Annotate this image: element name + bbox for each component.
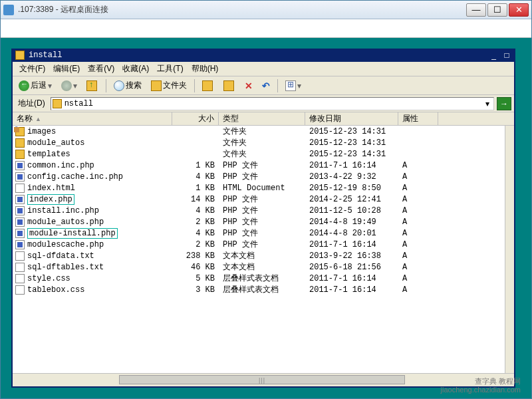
folder-icon [15,138,25,148]
file-attr: A [398,161,438,170]
col-attr[interactable]: 属性 [398,112,438,125]
delete-button[interactable]: ✕ [241,78,256,93]
file-date: 2011-7-1 16:14 [305,240,398,249]
menu-file[interactable]: 文件(F) [15,62,49,76]
back-icon [19,80,29,91]
separator [194,79,195,92]
file-attr: A [398,184,438,193]
vertical-scrollbar[interactable] [505,126,514,373]
statusbar: ||| [13,373,514,386]
table-row[interactable]: templates文件夹2015-12-23 14:31 [13,148,505,160]
file-attr: A [398,206,438,215]
menu-tools[interactable]: 工具(T) [153,62,187,76]
table-row[interactable]: sql-dfdata.txt238 KB文本文档2013-9-22 16:38A [13,250,505,261]
dropdown-icon: ▾ [73,81,77,90]
address-input[interactable] [65,99,483,108]
menu-edit[interactable]: 编辑(E) [49,62,84,76]
file-date: 2013-9-22 16:38 [305,251,398,261]
table-row[interactable]: index.html1 KBHTML Document2015-12-19 8:… [13,182,505,194]
rdp-titlebar[interactable]: .107:3389 - 远程桌面连接 — ☐ ✕ [1,1,531,19]
table-row[interactable]: sql-dftables.txt46 KB文本文档2015-6-18 21:56… [13,261,505,273]
table-row[interactable]: images文件夹2015-12-23 14:31 [13,126,505,137]
file-size: 1 KB [172,184,219,193]
menu-favorites[interactable]: 收藏(A) [118,62,153,76]
menu-help[interactable]: 帮助(H) [188,62,223,76]
table-row[interactable]: module-install.php4 KBPHP 文件2014-4-8 20:… [13,227,505,239]
rdp-title: .107:3389 - 远程桌面连接 [18,4,465,15]
separator [106,79,106,92]
file-size: 238 KB [172,251,219,261]
address-field-wrap[interactable]: ▾ [51,97,494,110]
folders-button[interactable]: 文件夹 [148,78,190,93]
undo-button[interactable]: ↶ [259,78,273,93]
file-attr: A [398,240,438,249]
views-button[interactable]: ▾ [282,78,305,93]
address-label: 地址(D) [15,98,48,109]
file-date: 2015-12-23 14:31 [305,127,398,136]
rdp-icon [3,5,14,15]
forward-icon [61,80,72,91]
col-name[interactable]: 名称 ▲ [13,112,172,125]
file-date: 2014-4-8 20:01 [305,229,398,238]
file-attr: A [398,263,438,272]
exp-minimize-button[interactable]: _ [489,51,499,60]
file-name: modulescache.php [27,240,104,249]
up-button[interactable] [83,78,102,93]
col-type[interactable]: 类型 [219,112,305,125]
explorer-titlebar[interactable]: install _ □ [13,49,514,62]
file-type: HTML Document [219,184,305,193]
back-button[interactable]: 后退 ▾ [15,78,55,93]
file-type: 层叠样式表文档 [219,273,305,284]
txt-icon [15,251,25,261]
exp-maximize-button[interactable]: □ [502,51,511,60]
dropdown-icon: ▾ [297,81,301,90]
html-icon [15,184,25,193]
file-attr: A [398,251,438,261]
moveto-icon [202,80,213,91]
go-button[interactable]: → [497,97,511,110]
maximize-button[interactable]: ☐ [487,3,507,17]
addressbar: 地址(D) ▾ → [13,95,514,112]
file-date: 2015-6-18 21:56 [305,263,398,272]
undo-icon: ↶ [262,80,270,91]
table-row[interactable]: tablebox.css3 KB层叠样式表文档2011-7-1 16:14A [13,284,505,295]
table-row[interactable]: module_autos文件夹2015-12-23 14:31 [13,137,505,148]
search-button[interactable]: 搜索 [110,78,145,93]
views-icon [285,80,296,91]
file-date: 2015-12-23 14:31 [305,150,398,159]
toolbar: 后退 ▾ ▾ 搜索 文件夹 ✕ ↶ [13,76,514,95]
table-row[interactable]: module_autos.php2 KBPHP 文件2014-4-8 19:49… [13,216,505,227]
file-attr: A [398,229,438,238]
minimize-button[interactable]: — [466,3,486,17]
file-attr: A [398,217,438,227]
file-size: 5 KB [172,274,219,283]
separator [277,79,278,92]
file-list[interactable]: images文件夹2015-12-23 14:31module_autos文件夹… [13,126,505,373]
file-name: install.inc.php [27,206,99,215]
forward-button[interactable]: ▾ [58,78,80,93]
file-type: 文本文档 [219,250,305,261]
file-type: PHP 文件 [219,216,305,227]
table-row[interactable]: common.inc.php1 KBPHP 文件2011-7-1 16:14A [13,160,505,171]
table-row[interactable]: install.inc.php4 KBPHP 文件2011-12-5 10:28… [13,205,505,216]
address-dropdown[interactable]: ▾ [483,99,492,108]
menu-view[interactable]: 查看(V) [84,62,118,76]
table-row[interactable]: style.css5 KB层叠样式表文档2011-7-1 16:14A [13,273,505,284]
file-size: 46 KB [172,263,219,272]
file-size: 4 KB [172,229,219,238]
move-to-button[interactable] [199,78,217,93]
col-size[interactable]: 大小 [172,112,219,125]
file-name: sql-dftables.txt [27,263,104,272]
table-row[interactable]: config.cache.inc.php4 KBPHP 文件2013-4-22 … [13,171,505,182]
file-name: config.cache.inc.php [27,172,123,182]
search-icon [114,80,124,91]
table-row[interactable]: modulescache.php2 KBPHP 文件2011-7-1 16:14… [13,239,505,250]
col-date[interactable]: 修改日期 [305,112,398,125]
close-button[interactable]: ✕ [509,3,529,17]
table-row[interactable]: index.php14 KBPHP 文件2014-2-25 12:41A [13,194,505,205]
file-type: PHP 文件 [219,239,305,250]
file-date: 2011-7-1 16:14 [305,285,398,295]
remote-strip [1,19,531,38]
file-name: templates [27,150,70,159]
copy-to-button[interactable] [220,78,239,93]
